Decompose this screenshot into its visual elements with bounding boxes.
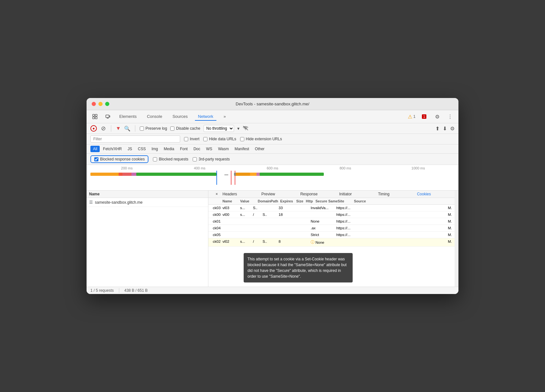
col-timing-header: Timing (378, 192, 417, 196)
col-preview-header: Preview (261, 192, 300, 196)
type-btn-img[interactable]: Img (149, 146, 161, 152)
warning-badge: ⚠ 1 (408, 114, 415, 120)
inspect-icon[interactable] (90, 112, 99, 121)
svg-rect-4 (106, 115, 109, 118)
request-name: samesite-sandbox.glitch.me (95, 200, 143, 205)
search-icon[interactable]: 🔍 (124, 126, 130, 132)
tab-network[interactable]: Network (195, 113, 217, 121)
cookie-tooltip: This attempt to set a cookie via a Set-C… (244, 253, 353, 282)
hide-data-urls-checkbox[interactable]: Hide data URLs (203, 137, 236, 141)
timeline-marker-red1 (231, 171, 231, 185)
third-party-checkbox[interactable]: 3rd-party requests (193, 157, 230, 161)
type-btn-fetch-xhr[interactable]: Fetch/XHR (100, 146, 124, 152)
svg-rect-1 (95, 114, 97, 116)
network-settings-icon[interactable]: ⚙ (450, 126, 455, 132)
main-content: Name ☰ samesite-sandbox.glitch.me × Head… (87, 191, 458, 287)
timeline-bars (87, 170, 458, 186)
cookie-row-6[interactable]: ck02 vl02 s... / S.. 8 ⓘNone M. (208, 238, 458, 247)
type-btn-manifest[interactable]: Manifest (232, 146, 252, 152)
settings-gear-icon[interactable]: ⚙ (433, 112, 442, 121)
maximize-button[interactable] (105, 102, 109, 106)
cookie-row-1[interactable]: ck03 vl03 s... S.. 33 InvalidVa... https… (208, 205, 458, 211)
left-panel: Name ☰ samesite-sandbox.glitch.me (87, 191, 208, 287)
type-btn-doc[interactable]: Doc (191, 146, 203, 152)
error-badge: 1 (422, 114, 426, 119)
timeline-bar-orange (90, 173, 122, 176)
info-icon: ⓘ (311, 240, 314, 245)
tab-elements[interactable]: Elements (116, 113, 140, 121)
status-bar: 1 / 5 requests 438 B / 651 B (87, 287, 458, 294)
timeline-label-600: 600 ms (236, 166, 309, 170)
more-options-icon[interactable]: ⋮ (446, 112, 455, 121)
svg-rect-0 (93, 114, 95, 116)
request-row[interactable]: ☰ samesite-sandbox.glitch.me (87, 198, 208, 207)
throttle-dropdown-icon: ▾ (237, 126, 239, 131)
type-btn-wasm[interactable]: Wasm (215, 146, 231, 152)
hide-extension-urls-checkbox[interactable]: Hide extension URLs (240, 137, 282, 141)
timeline-label-200: 200 ms (90, 166, 163, 170)
name-column-header: Name (87, 191, 208, 198)
stop-recording-button[interactable]: ● (90, 125, 97, 132)
blocked-cookies-checkbox[interactable]: Blocked response cookies (90, 155, 148, 163)
cookie-row-3[interactable]: ck01 None https://... M. (208, 218, 458, 225)
type-btn-media[interactable]: Media (161, 146, 177, 152)
right-panel-header: × Headers Preview Response Initiator Tim… (208, 191, 458, 198)
timeline-label-1000: 1000 ms (382, 166, 455, 170)
filter-options: Invert Hide data URLs Hide extension URL… (184, 137, 282, 141)
timeline-label-800: 800 ms (309, 166, 382, 170)
cookie-row-5[interactable]: ck05 Strict https://... M. (208, 232, 458, 238)
type-btn-css[interactable]: CSS (135, 146, 148, 152)
type-btn-font[interactable]: Font (177, 146, 190, 152)
timeline-bar-green2 (260, 173, 324, 176)
wifi-icon (243, 126, 248, 131)
invert-checkbox[interactable]: Invert (184, 137, 199, 141)
timeline-bar-green (136, 173, 216, 176)
document-icon: ☰ (89, 200, 93, 205)
network-toolbar: ● ⊘ ▼ 🔍 Preserve log Disable cache No th… (87, 123, 458, 134)
filter-icon[interactable]: ▼ (116, 126, 121, 131)
clear-button[interactable]: ⊘ (100, 125, 106, 132)
blocked-filter-row: Blocked response cookies Blocked request… (87, 154, 458, 165)
transfer-size: 438 B / 651 B (124, 288, 148, 293)
type-btn-js[interactable]: JS (125, 146, 135, 152)
svg-rect-5 (109, 116, 110, 117)
tab-console[interactable]: Console (144, 113, 165, 121)
close-button[interactable] (92, 102, 96, 106)
blocked-requests-checkbox[interactable]: Blocked requests (153, 157, 188, 161)
svg-rect-3 (95, 117, 97, 119)
scrollbar[interactable] (455, 191, 458, 287)
col-x-header: × (211, 192, 222, 196)
cookie-row-4[interactable]: ck04 .ax https://... M. (208, 225, 458, 232)
col-initiator-header: Initiator (339, 192, 378, 196)
filter-row: Invert Hide data URLs Hide extension URL… (87, 134, 458, 144)
timeline-area: 200 ms 400 ms 600 ms 800 ms 1000 ms (87, 165, 458, 191)
export-icon[interactable]: ⬆ (435, 126, 440, 132)
throttle-select[interactable]: No throttling (204, 125, 234, 132)
minimize-button[interactable] (98, 102, 103, 106)
import-icon[interactable]: ⬇ (443, 126, 447, 132)
tab-more[interactable]: » (220, 113, 229, 121)
tab-sources[interactable]: Sources (169, 113, 191, 121)
tab-bar: Elements Console Sources Network » ⚠ 1 1… (87, 110, 458, 123)
timeline-marker-blue (216, 171, 217, 185)
type-filter-row: All Fetch/XHR JS CSS Img Media Font Doc … (87, 144, 458, 154)
col-headers-header: Headers (222, 192, 261, 196)
col-cookies-header: Cookies (417, 192, 456, 196)
requests-count: 1 / 5 requests (90, 288, 114, 293)
devtools-window: DevTools - samesite-sandbox.glitch.me/ E… (87, 98, 458, 294)
title-bar: DevTools - samesite-sandbox.glitch.me/ (87, 98, 458, 110)
timeline-labels: 200 ms 400 ms 600 ms 800 ms 1000 ms (87, 165, 458, 170)
svg-rect-2 (93, 117, 95, 119)
timeline-label-400: 400 ms (163, 166, 236, 170)
device-toggle-icon[interactable] (103, 112, 112, 121)
type-btn-ws[interactable]: WS (204, 146, 215, 152)
type-btn-all[interactable]: All (90, 146, 100, 152)
preserve-log-checkbox[interactable]: Preserve log (140, 126, 167, 131)
disable-cache-checkbox[interactable]: Disable cache (170, 126, 200, 131)
type-btn-other[interactable]: Other (252, 146, 267, 152)
col-response-header: Response (300, 192, 339, 196)
window-title: DevTools - samesite-sandbox.glitch.me/ (236, 102, 309, 106)
filter-input[interactable] (90, 135, 180, 143)
cookie-row-2[interactable]: ck00 vl00 s... / S.. 18 https://... M. (208, 211, 458, 218)
timeline-dash (224, 175, 228, 175)
